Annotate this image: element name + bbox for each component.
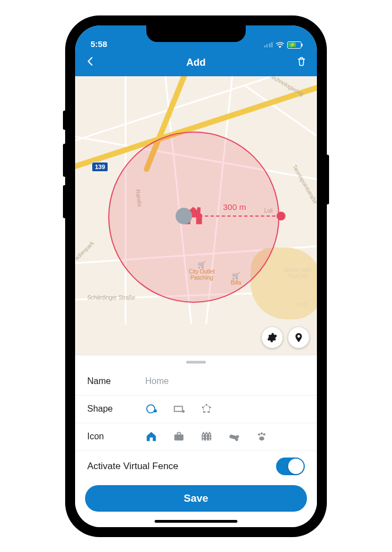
svg-point-6: [208, 411, 210, 413]
gear-icon: [267, 332, 278, 343]
icon-bone-button[interactable]: [228, 430, 240, 443]
svg-point-7: [203, 411, 205, 413]
nav-bar: Add: [75, 50, 317, 76]
svg-point-13: [259, 437, 264, 440]
page-title: Add: [187, 57, 206, 69]
screen: 5:58 ⚡ Add: [75, 25, 317, 527]
phone-frame: 5:58 ⚡ Add: [66, 17, 326, 536]
phone-side-button: [63, 144, 66, 177]
svg-point-8: [202, 407, 204, 408]
location-pin-icon: [293, 332, 304, 343]
phone-side-button: [63, 185, 66, 218]
back-button[interactable]: [85, 56, 98, 70]
radius-drag-handle[interactable]: [277, 212, 285, 220]
icon-paw-button[interactable]: [256, 430, 268, 443]
status-time: 5:58: [91, 39, 107, 49]
phone-side-button: [326, 155, 329, 204]
radius-line: [199, 215, 281, 217]
shape-circle-button[interactable]: [145, 403, 157, 415]
chevron-left-icon: [85, 56, 96, 67]
avatar: [176, 208, 192, 224]
map-street-label: Technologiering: [268, 76, 305, 97]
battery-icon: ⚡: [287, 41, 301, 49]
bone-icon: [228, 430, 240, 443]
icon-fence-button[interactable]: [200, 430, 213, 443]
phone-side-button: [63, 111, 66, 130]
name-label: Name: [87, 376, 145, 386]
svg-rect-2: [174, 406, 183, 411]
status-icons: ⚡: [264, 41, 302, 49]
map-locate-button[interactable]: [288, 327, 309, 348]
sheet-drag-handle[interactable]: [186, 361, 206, 364]
radius-label: 300 m: [223, 202, 246, 212]
icon-row: Icon: [75, 423, 317, 451]
paw-icon: [256, 430, 268, 443]
svg-point-11: [261, 432, 263, 434]
wifi-icon: [276, 41, 284, 48]
route-badge: 139: [92, 162, 108, 172]
icon-home-button[interactable]: [145, 430, 157, 443]
bottom-sheet: Name Shape: [75, 355, 317, 527]
briefcase-icon: [173, 430, 185, 443]
icon-briefcase-button[interactable]: [173, 430, 185, 443]
circle-icon: [145, 403, 157, 415]
name-row: Name: [75, 368, 317, 396]
shape-row: Shape: [75, 396, 317, 423]
activate-fence-label: Activate Virtual Fence: [87, 461, 178, 472]
cellular-icon: [264, 42, 273, 48]
svg-point-10: [258, 433, 260, 435]
rectangle-icon: [173, 403, 185, 415]
trash-icon: [296, 56, 307, 67]
svg-point-4: [205, 404, 207, 406]
delete-button[interactable]: [294, 56, 307, 70]
home-icon: [145, 430, 157, 443]
shape-rectangle-button[interactable]: [173, 403, 185, 415]
map-settings-button[interactable]: [262, 327, 283, 348]
icon-label: Icon: [87, 432, 145, 441]
activate-fence-row: Activate Virtual Fence: [75, 451, 317, 482]
map-street-label: Schärdinger Straße: [87, 295, 135, 301]
svg-point-0: [147, 405, 155, 413]
shape-label: Shape: [87, 404, 145, 414]
map-street-label: edienpark: [75, 240, 95, 261]
svg-point-3: [182, 410, 185, 413]
svg-rect-9: [174, 434, 184, 440]
svg-point-1: [154, 409, 157, 413]
map-street-label: Tennispointstraße: [292, 164, 317, 204]
fence-icon: [200, 430, 213, 443]
activate-fence-toggle[interactable]: [276, 458, 305, 475]
map-view[interactable]: 139 Technologiering Randis Tennispointst…: [75, 76, 317, 355]
name-input[interactable]: [145, 376, 305, 386]
svg-point-12: [263, 433, 266, 435]
geofence-center-pin[interactable]: [180, 202, 206, 229]
polygon-icon: [200, 403, 213, 415]
shape-polygon-button[interactable]: [200, 403, 213, 415]
notch: [146, 25, 246, 42]
home-indicator: [155, 520, 237, 523]
svg-point-5: [209, 407, 211, 408]
save-button[interactable]: Save: [85, 485, 307, 512]
